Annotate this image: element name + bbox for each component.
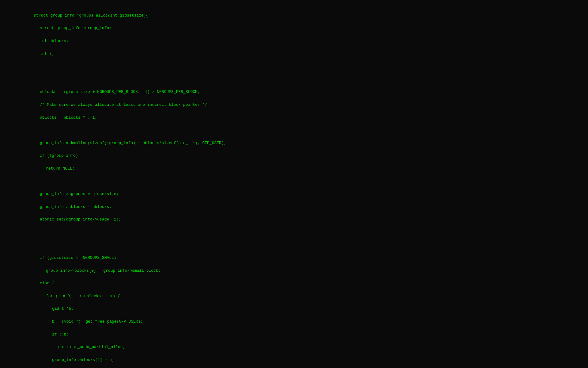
code-line: if (!group_info) bbox=[34, 153, 588, 159]
code-line: group_info->nblocks = nblocks; bbox=[34, 204, 588, 210]
code-line: gid_t *b; bbox=[34, 306, 588, 312]
code-line: group_info->blocks[i] = b; bbox=[34, 357, 588, 363]
code-line: nblocks = nblocks ? : 1; bbox=[34, 115, 588, 121]
code-line: struct group_info *groups_alloc(int gids… bbox=[34, 13, 588, 19]
code-line: if (gidsetsize <= NGROUPS_SMALL) bbox=[34, 255, 588, 261]
blank-line bbox=[34, 76, 588, 83]
code-line: for (i = 0; i < nblocks; i++) { bbox=[34, 293, 588, 300]
code-line: nblocks = (gidsetsize + NGROUPS_PER_BLOC… bbox=[34, 89, 588, 95]
blank-line bbox=[34, 63, 588, 70]
code-line: else { bbox=[34, 280, 588, 287]
code-line: if (!b) bbox=[34, 332, 588, 338]
code-line: struct group_info *group_info; bbox=[34, 25, 588, 32]
code-line: b = (void *)__get_free_page(GFP_USER); bbox=[34, 319, 588, 325]
code-container: struct group_info *groups_alloc(int gids… bbox=[0, 6, 588, 368]
blank-line bbox=[34, 229, 588, 236]
code-line: return NULL; bbox=[34, 166, 588, 172]
blank-line bbox=[34, 242, 588, 248]
code-line: group_info->ngroups = gidsetsize; bbox=[34, 191, 588, 197]
code-line: int nblocks; bbox=[34, 38, 588, 44]
code-line: atomic_set(&group_info->usage, 1); bbox=[34, 217, 588, 223]
code-line: /* Make sure we always allocate at least… bbox=[34, 102, 588, 108]
code-line: goto out_undo_partial_alloc; bbox=[34, 344, 588, 351]
blank-line bbox=[34, 127, 588, 134]
code-line: group_info = kmalloc(sizeof(*group_info)… bbox=[34, 140, 588, 147]
blank-line bbox=[34, 178, 588, 185]
code-line: int i; bbox=[34, 51, 588, 57]
code-line: group_info->blocks[0] = group_info->smal… bbox=[34, 268, 588, 274]
